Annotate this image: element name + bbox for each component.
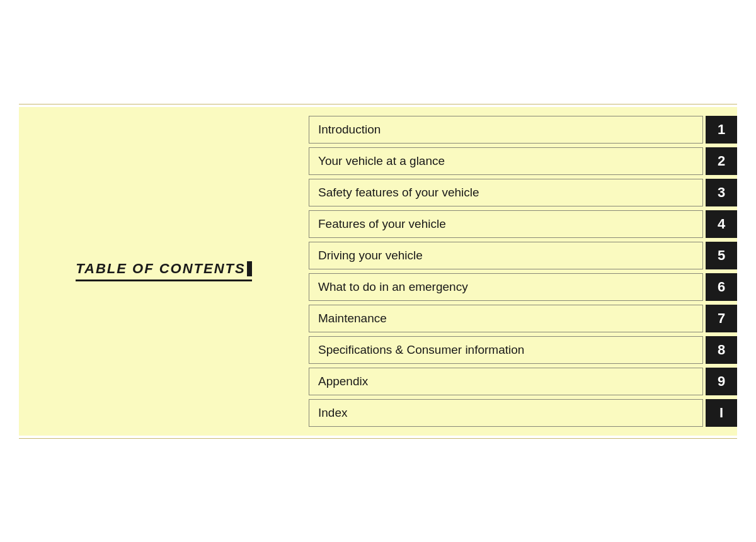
toc-item-1[interactable]: Introduction	[309, 116, 703, 144]
toc-number-2: 2	[706, 147, 737, 175]
toc-number-8: 8	[706, 336, 737, 364]
main-content: TABLE OF CONTENTS Introduction1Your vehi…	[19, 107, 737, 436]
toc-number-7: 7	[706, 305, 737, 332]
toc-item-6[interactable]: What to do in an emergency	[309, 273, 703, 301]
toc-number-5: 5	[706, 242, 737, 269]
toc-cursor	[247, 261, 252, 276]
toc-number-10: I	[706, 399, 737, 427]
toc-item-4[interactable]: Features of your vehicle	[309, 210, 703, 238]
right-panel: Introduction1Your vehicle at a glance2Sa…	[309, 107, 737, 436]
toc-row[interactable]: Specifications & Consumer information8	[309, 336, 737, 364]
toc-number-1: 1	[706, 116, 737, 144]
left-panel: TABLE OF CONTENTS	[19, 107, 309, 436]
toc-item-5[interactable]: Driving your vehicle	[309, 242, 703, 269]
toc-row[interactable]: IndexI	[309, 399, 737, 427]
toc-number-3: 3	[706, 179, 737, 206]
toc-row[interactable]: Driving your vehicle5	[309, 242, 737, 269]
toc-item-3[interactable]: Safety features of your vehicle	[309, 179, 703, 206]
toc-number-4: 4	[706, 210, 737, 238]
toc-row[interactable]: What to do in an emergency6	[309, 273, 737, 301]
page-wrapper: TABLE OF CONTENTS Introduction1Your vehi…	[0, 0, 756, 542]
toc-row[interactable]: Features of your vehicle4	[309, 210, 737, 238]
toc-item-8[interactable]: Specifications & Consumer information	[309, 336, 703, 364]
toc-title: TABLE OF CONTENTS	[76, 261, 251, 281]
toc-row[interactable]: Appendix9	[309, 368, 737, 395]
toc-item-2[interactable]: Your vehicle at a glance	[309, 147, 703, 175]
toc-item-9[interactable]: Appendix	[309, 368, 703, 395]
toc-row[interactable]: Maintenance7	[309, 305, 737, 332]
toc-row[interactable]: Safety features of your vehicle3	[309, 179, 737, 206]
top-border-line	[19, 104, 737, 104]
toc-number-9: 9	[706, 368, 737, 395]
toc-title-text: TABLE OF CONTENTS	[76, 261, 245, 277]
toc-row[interactable]: Your vehicle at a glance2	[309, 147, 737, 175]
toc-number-6: 6	[706, 273, 737, 301]
toc-item-7[interactable]: Maintenance	[309, 305, 703, 332]
bottom-border-line	[19, 438, 737, 439]
toc-item-10[interactable]: Index	[309, 399, 703, 427]
toc-row[interactable]: Introduction1	[309, 116, 737, 144]
